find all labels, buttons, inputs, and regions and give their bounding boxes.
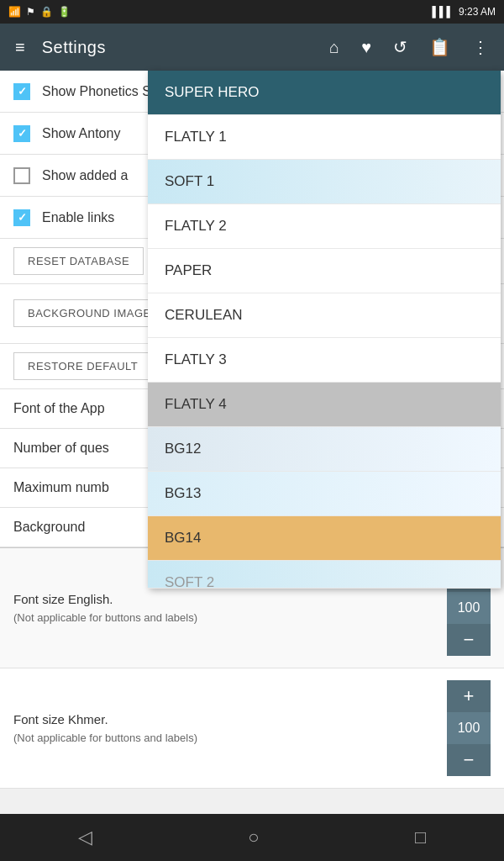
lock-icon: 🔒 bbox=[40, 6, 53, 18]
max-number-label: Maximum numb bbox=[13, 480, 109, 494]
dropdown-item-bg14[interactable]: BG14 bbox=[148, 516, 501, 561]
dropdown-overlay: SUPER HERO FLATLY 1 SOFT 1 FLATLY 2 PAPE… bbox=[148, 71, 501, 589]
font-english-decrease[interactable]: − bbox=[447, 624, 491, 656]
font-khmer-label: Font size Khmer.(Not applicable for butt… bbox=[13, 710, 447, 746]
recents-button[interactable]: □ bbox=[398, 820, 443, 855]
antonyms-label: Show Antony bbox=[42, 126, 120, 141]
antonyms-checkbox[interactable]: ✓ bbox=[13, 125, 30, 142]
bottom-nav: ◁ ○ □ bbox=[0, 814, 504, 861]
background-label: Background bbox=[13, 520, 85, 534]
dropdown-item-flatly3[interactable]: FLATLY 3 bbox=[148, 338, 501, 383]
font-khmer-decrease[interactable]: − bbox=[447, 744, 491, 776]
back-button[interactable]: ◁ bbox=[61, 820, 109, 855]
app-bar-title: Settings bbox=[42, 38, 312, 57]
time: 9:23 AM bbox=[459, 6, 496, 18]
font-khmer-row: Font size Khmer.(Not applicable for butt… bbox=[0, 668, 504, 789]
clipboard-button[interactable]: 📋 bbox=[426, 34, 454, 61]
num-questions-label: Number of ques bbox=[13, 441, 109, 455]
app-bar-actions: ⌂ ♥ ↺ 📋 ⋮ bbox=[326, 34, 492, 61]
restore-default-button[interactable]: RESTORE DEFAULT bbox=[13, 352, 152, 380]
dropdown-item-soft1[interactable]: SOFT 1 bbox=[148, 160, 501, 204]
font-khmer-controls: + 100 − bbox=[447, 680, 491, 776]
heart-button[interactable]: ♥ bbox=[358, 34, 375, 61]
more-button[interactable]: ⋮ bbox=[469, 34, 492, 61]
status-left: 📶 ⚑ 🔒 🔋 bbox=[8, 6, 71, 18]
home-button[interactable]: ⌂ bbox=[326, 34, 343, 61]
settings-content: ✓ Show Phonetics Symbols ✓ Show Antony S… bbox=[0, 71, 504, 789]
phonetics-checkbox[interactable]: ✓ bbox=[13, 83, 30, 100]
dropdown-item-flatly2[interactable]: FLATLY 2 bbox=[148, 204, 501, 249]
app-bar: ≡ Settings ⌂ ♥ ↺ 📋 ⋮ bbox=[0, 24, 504, 71]
show-added-label: Show added a bbox=[42, 168, 128, 183]
home-nav-button[interactable]: ○ bbox=[231, 820, 276, 855]
battery-icon: 🔋 bbox=[58, 6, 71, 18]
menu-button[interactable]: ≡ bbox=[12, 34, 29, 61]
enable-links-label: Enable links bbox=[42, 210, 114, 225]
font-app-label: Font of the App bbox=[13, 401, 105, 415]
dropdown-item-cerulean[interactable]: CERULEAN bbox=[148, 293, 501, 338]
signal-bars: ▌▌▌ bbox=[432, 6, 454, 18]
dropdown-item-soft2[interactable]: SOFT 2 bbox=[148, 561, 501, 589]
font-english-value: 100 bbox=[447, 592, 491, 624]
dropdown-item-paper[interactable]: PAPER bbox=[148, 249, 501, 293]
dropdown-item-bg13[interactable]: BG13 bbox=[148, 472, 501, 516]
enable-links-checkbox[interactable]: ✓ bbox=[13, 209, 30, 226]
dropdown-item-superhero[interactable]: SUPER HERO bbox=[148, 71, 501, 115]
show-added-checkbox[interactable] bbox=[13, 167, 30, 184]
background-image-button[interactable]: BACKGROUND IMAGE bbox=[13, 299, 165, 327]
dropdown-item-flatly1[interactable]: FLATLY 1 bbox=[148, 115, 501, 160]
font-khmer-increase[interactable]: + bbox=[447, 680, 491, 712]
font-khmer-value: 100 bbox=[447, 712, 491, 744]
dropdown-item-bg12[interactable]: BG12 bbox=[148, 427, 501, 472]
status-bar: 📶 ⚑ 🔒 🔋 ▌▌▌ 9:23 AM bbox=[0, 0, 504, 24]
status-right: ▌▌▌ 9:23 AM bbox=[432, 6, 496, 18]
dropdown-item-flatly4[interactable]: FLATLY 4 bbox=[148, 383, 501, 427]
reset-database-button[interactable]: RESET DATABASE bbox=[13, 247, 144, 275]
wifi-icon: ⚑ bbox=[26, 6, 35, 18]
antenna-icon: 📶 bbox=[8, 6, 21, 18]
history-button[interactable]: ↺ bbox=[390, 34, 411, 61]
font-english-label: Font size English.(Not applicable for bu… bbox=[13, 590, 447, 626]
